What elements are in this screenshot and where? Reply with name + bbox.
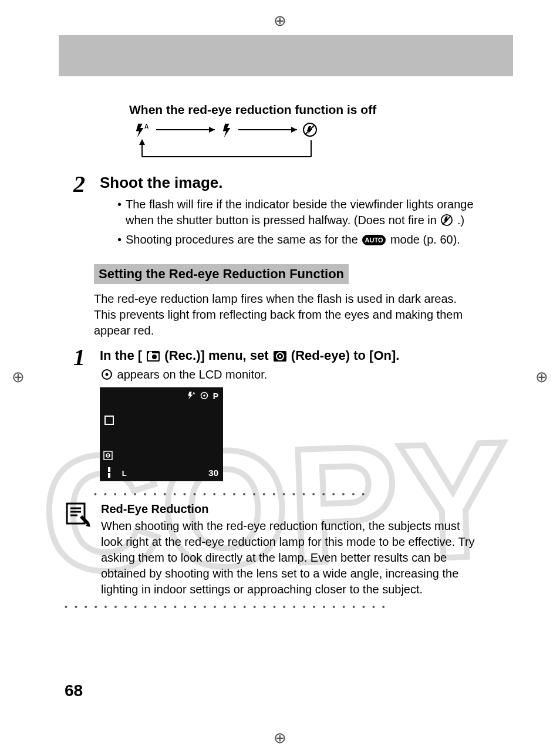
dots-separator-top: •••••••••••••••••••••••••••• <box>94 489 475 499</box>
step2-bullet-1: • The flash will fire if the indicator b… <box>117 197 475 228</box>
svg-point-24 <box>106 373 109 376</box>
flash-on-icon <box>223 124 231 137</box>
svg-marker-3 <box>209 127 215 133</box>
svg-rect-31 <box>108 473 110 478</box>
svg-marker-11 <box>139 139 145 145</box>
svg-text:A: A <box>193 391 195 395</box>
svg-rect-33 <box>67 504 85 524</box>
dots-separator-bottom: ••••••••••••••••••••••••••••••••• <box>65 602 475 612</box>
subsection-heading: Setting the Red-eye Reduction Function <box>94 264 349 284</box>
lcd-mode-p: P <box>213 391 218 401</box>
flash-off-icon <box>303 123 316 136</box>
red-eye-boxed-icon <box>274 351 286 362</box>
step2-heading: Shoot the image. <box>100 174 475 192</box>
svg-point-22 <box>279 355 281 357</box>
note-title: Red-Eye Reduction <box>101 501 475 517</box>
bullet2-post: mode (p. 60). <box>390 233 460 246</box>
camera-rec-icon <box>147 351 160 362</box>
lcd-preview: A P <box>100 387 223 481</box>
step1-heading: In the [ (Rec.)] menu, set (Red-eye) to … <box>100 347 475 364</box>
lcd-flash-auto-icon: A <box>186 391 195 402</box>
svg-text:AUTO: AUTO <box>365 237 383 244</box>
svg-text:A: A <box>144 123 149 130</box>
appears-line: appears on the LCD monitor. <box>100 368 475 381</box>
step-number-2: 2 <box>73 170 85 198</box>
svg-point-27 <box>203 394 205 397</box>
step-number-1: 1 <box>73 343 85 371</box>
svg-marker-5 <box>291 127 297 133</box>
crop-mark-left: ⊕ <box>12 367 25 386</box>
lcd-red-eye-icon <box>200 391 208 401</box>
note-text: When shooting with the red-eye reduction… <box>101 518 475 597</box>
crop-mark-top: ⊕ <box>274 12 286 30</box>
off-heading: When the red-eye reduction function is o… <box>129 103 475 117</box>
lcd-af-frame-icon <box>104 416 114 425</box>
flash-auto-icon: A <box>136 123 149 137</box>
flash-cycle-diagram: A <box>135 123 475 167</box>
note-icon <box>65 501 92 597</box>
bullet1-pre: The flash will fire if the indicator bes… <box>126 198 474 227</box>
intro-paragraph: The red-eye reduction lamp fires when th… <box>94 291 475 339</box>
svg-rect-32 <box>108 467 110 472</box>
red-eye-circle-icon <box>101 369 113 380</box>
page-number: 68 <box>65 681 83 700</box>
lcd-shots-remaining: 30 <box>208 468 218 478</box>
lcd-size-label: L <box>108 467 127 478</box>
bullet2-pre: Shooting procedures are the same as for … <box>126 233 361 246</box>
crop-mark-bottom: ⊕ <box>274 729 286 747</box>
step2-bullet-2: • Shooting procedures are the same as fo… <box>117 232 475 248</box>
header-grey-band <box>59 35 513 76</box>
crop-mark-right: ⊕ <box>535 367 548 386</box>
svg-rect-19 <box>149 352 152 353</box>
flash-off-icon <box>441 214 453 226</box>
lcd-metering-icon <box>103 451 113 462</box>
bullet1-post: .) <box>457 214 464 227</box>
auto-mode-badge-icon: AUTO <box>362 235 386 245</box>
svg-point-18 <box>152 354 157 359</box>
svg-point-30 <box>107 455 109 456</box>
